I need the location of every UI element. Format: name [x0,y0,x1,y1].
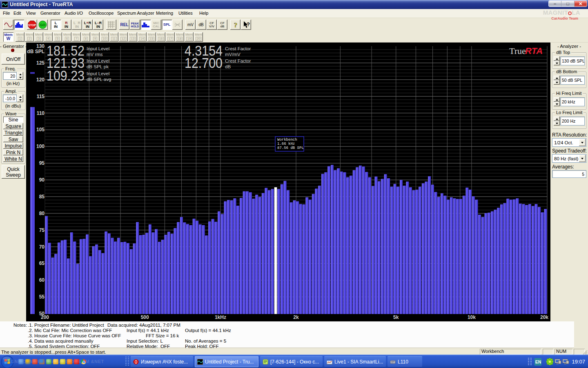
svg-text:Crest Factor: Crest Factor [225,46,251,51]
svg-text:95: 95 [39,160,45,166]
svg-text:87.56 dB SPL: 87.56 dB SPL [277,146,304,150]
svg-text:125: 125 [36,60,45,66]
svg-text:GO: GO [40,23,46,27]
svg-text:60: 60 [39,277,45,283]
svg-text:STOP: STOP [28,24,36,27]
svg-text:?: ? [247,21,250,27]
svg-text:55: 55 [39,294,45,300]
svg-text:130: 130 [36,43,45,49]
svg-text:110: 110 [37,110,45,116]
svg-text:70: 70 [39,244,45,250]
svg-text:True: True [509,46,526,56]
svg-text:Input Level: Input Level [87,58,109,63]
svg-text:200: 200 [41,314,49,320]
svg-text:Input Level: Input Level [87,46,109,51]
svg-text:mV rms: mV rms [87,52,103,57]
svg-text:Input Level: Input Level [87,71,109,76]
svg-text:120: 120 [36,77,45,83]
svg-text:5k: 5k [393,314,399,320]
svg-text:dB: dB [225,64,231,69]
svg-text:20k: 20k [540,314,548,320]
svg-text:1kHz: 1kHz [215,314,226,320]
svg-text:109.23: 109.23 [47,67,85,83]
svg-text:105: 105 [36,127,45,132]
svg-text:65: 65 [39,260,45,266]
svg-text:Workbench: Workbench [277,138,297,142]
svg-text:85: 85 [39,194,45,200]
svg-text:?: ? [234,21,237,29]
svg-text:12.700: 12.700 [185,55,223,71]
svg-text:10k: 10k [468,314,476,320]
svg-text:RTA: RTA [525,46,543,56]
svg-text:mV/mV: mV/mV [225,52,241,57]
svg-text:90: 90 [39,177,45,183]
svg-text:1.66 kHz: 1.66 kHz [277,142,295,146]
svg-text:dB SPL avg: dB SPL avg [87,77,111,82]
svg-text:500: 500 [141,314,149,320]
svg-text:80: 80 [39,211,45,216]
svg-text:dB SPL pk: dB SPL pk [87,64,109,69]
svg-text:100: 100 [36,144,45,149]
svg-text:dB SPL: dB SPL [27,49,45,54]
svg-text:Crest Factor: Crest Factor [225,58,251,63]
svg-text:2k: 2k [293,314,299,320]
svg-text:115: 115 [37,94,45,99]
svg-text:75: 75 [39,227,45,233]
